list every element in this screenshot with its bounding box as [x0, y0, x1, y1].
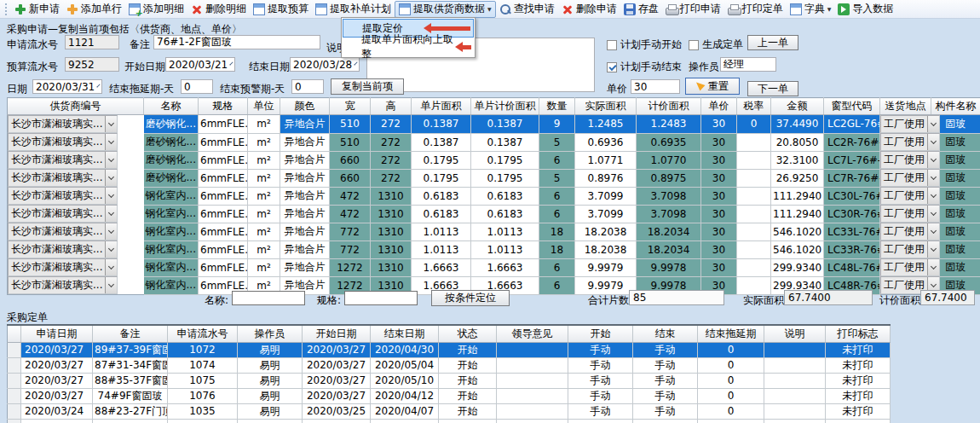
filter-spec-input[interactable]: [344, 291, 418, 305]
table-cell[interactable]: 2020/04/07: [371, 403, 439, 419]
table-cell[interactable]: 未打印: [826, 403, 891, 419]
table-cell[interactable]: 异地合片: [280, 205, 330, 223]
table-cell[interactable]: 272: [371, 133, 412, 151]
table-cell[interactable]: 长沙市潇湘玻璃实...: [8, 276, 118, 294]
unit-price-field[interactable]: 30: [631, 79, 680, 94]
table-cell[interactable]: 2020/03/27: [21, 373, 93, 388]
table-cell[interactable]: 37.4490: [771, 115, 824, 134]
toolbar-button-delete-request[interactable]: 删除申请: [558, 1, 620, 18]
table-cell[interactable]: 2020/05/10: [371, 373, 439, 388]
next-order-button[interactable]: 下一单: [747, 81, 798, 96]
table-cell[interactable]: 未打印: [826, 342, 891, 357]
toolbar-button-extract-budget[interactable]: 提取预算: [250, 1, 312, 18]
toolbar-button-add-row[interactable]: 添加单行: [63, 1, 125, 18]
prev-order-button[interactable]: 上一单: [747, 35, 798, 50]
table-cell[interactable]: 30: [701, 258, 737, 276]
table-cell[interactable]: 手动: [633, 342, 698, 357]
table-cell[interactable]: LC2R-76#-1F: [824, 133, 880, 151]
chevron-down-icon[interactable]: [105, 152, 117, 168]
table-cell[interactable]: 0.1795: [471, 169, 539, 187]
table-cell[interactable]: m²: [248, 240, 280, 258]
table-cell[interactable]: 0.1387: [471, 133, 539, 151]
table-cell[interactable]: 易明: [238, 342, 303, 357]
table-cell[interactable]: 0.1387: [412, 115, 471, 134]
table-cell[interactable]: 30: [701, 223, 737, 240]
table-cell[interactable]: 3.7099: [575, 187, 637, 205]
table-cell[interactable]: 18: [539, 223, 575, 240]
table-cell[interactable]: 手动: [568, 403, 633, 419]
table-cell[interactable]: 0.1387: [412, 133, 471, 151]
table-cell[interactable]: 9.9979: [575, 258, 637, 276]
table-cell[interactable]: 手动: [568, 357, 633, 373]
table-cell[interactable]: 3.7098: [637, 187, 701, 205]
table-cell[interactable]: 1310: [371, 223, 412, 240]
table-cell[interactable]: 1.0113: [471, 223, 539, 240]
table-cell[interactable]: 6mmFLE...: [199, 223, 248, 240]
table-cell[interactable]: [764, 419, 826, 423]
toolbar-button-add-detail[interactable]: 添加明细: [125, 1, 187, 18]
table-cell[interactable]: 异地合片: [280, 258, 330, 276]
table-cell[interactable]: 111.2940: [771, 205, 824, 223]
table-cell[interactable]: 546.1020: [771, 240, 824, 258]
table-cell[interactable]: 钢化室内...: [144, 205, 199, 223]
table-cell[interactable]: [737, 187, 771, 205]
table-cell[interactable]: 472: [330, 187, 371, 205]
table-cell[interactable]: 异地合片: [280, 169, 330, 187]
table-cell[interactable]: 工厂使用: [880, 169, 940, 187]
table-cell[interactable]: 1.0113: [412, 223, 471, 240]
remark-field[interactable]: 76#1-2F窗固玻: [153, 35, 320, 49]
table-cell[interactable]: 1074: [168, 357, 238, 373]
table-cell[interactable]: 1035: [168, 403, 238, 419]
table-cell[interactable]: m²: [248, 205, 280, 223]
table-cell[interactable]: 1072: [168, 342, 238, 357]
table-cell[interactable]: [238, 419, 303, 423]
table-row[interactable]: 长沙市潇湘玻璃实...磨砂钢化...6mmFLE...m²异地合片6602720…: [8, 151, 980, 169]
table-cell[interactable]: 2020/03/24: [21, 403, 93, 419]
table-cell[interactable]: 772: [330, 223, 371, 240]
table-cell[interactable]: 9.9979: [575, 276, 637, 295]
table-cell[interactable]: m²: [248, 151, 280, 169]
table-row[interactable]: 长沙市潇湘玻璃实...磨砂钢化...6mmFLE...m²异地合片6602720…: [8, 169, 980, 187]
chevron-down-icon[interactable]: [105, 206, 117, 222]
table-cell[interactable]: 0.6183: [412, 187, 471, 205]
table-cell[interactable]: 异地合片: [280, 151, 330, 169]
table-cell[interactable]: 异地合片: [280, 223, 330, 240]
chevron-down-icon[interactable]: ▼: [827, 6, 832, 12]
table-cell[interactable]: 0: [698, 342, 764, 357]
table-cell[interactable]: 472: [330, 205, 371, 223]
table-cell[interactable]: 89#37-39F窗固玻: [93, 342, 168, 357]
table-cell[interactable]: 18.2034: [637, 240, 701, 258]
chevron-down-icon[interactable]: [230, 61, 233, 65]
table-cell[interactable]: 510: [330, 115, 371, 134]
manual-start-checkbox[interactable]: 计划手动开始: [607, 38, 682, 52]
end-date-picker[interactable]: 2020/03/28: [290, 57, 360, 72]
table-cell[interactable]: 长沙市潇湘玻璃实...: [8, 240, 118, 258]
table-cell[interactable]: 长沙市潇湘玻璃实...: [8, 151, 118, 169]
table-cell[interactable]: 2020/03/25: [303, 403, 371, 419]
toolbar-button-delete-detail[interactable]: 删除明细: [187, 1, 250, 18]
table-cell[interactable]: 0.1795: [412, 151, 471, 169]
table-cell[interactable]: 工厂使用: [880, 187, 940, 205]
manual-end-checkbox[interactable]: 计划手动结束: [607, 60, 682, 74]
table-cell[interactable]: 3.7098: [637, 205, 701, 223]
end-delay-field[interactable]: 0: [181, 79, 213, 94]
chevron-down-icon[interactable]: [105, 223, 117, 240]
table-cell[interactable]: 异地合片: [280, 133, 330, 151]
table-cell[interactable]: 0: [698, 357, 764, 373]
table-cell[interactable]: 6: [539, 258, 575, 276]
locate-by-condition-button[interactable]: 按条件定位: [431, 290, 510, 306]
chevron-down-icon[interactable]: [105, 134, 117, 150]
chevron-down-icon[interactable]: [927, 134, 939, 150]
table-cell[interactable]: 272: [371, 151, 412, 169]
operator-field[interactable]: 经理: [720, 57, 776, 72]
table-cell[interactable]: 18: [539, 240, 575, 258]
chevron-down-icon[interactable]: [927, 259, 939, 275]
apply-serial-field[interactable]: 1121: [65, 35, 119, 49]
toolbar-button-new-request[interactable]: 新申请: [11, 1, 63, 18]
table-cell[interactable]: 546.1020: [771, 223, 824, 240]
table-cell[interactable]: m²: [248, 115, 280, 134]
table-cell[interactable]: [21, 419, 93, 423]
checkbox-icon[interactable]: [689, 40, 699, 50]
table-cell[interactable]: 磨砂钢化...: [144, 151, 199, 169]
table-cell[interactable]: [737, 205, 771, 223]
